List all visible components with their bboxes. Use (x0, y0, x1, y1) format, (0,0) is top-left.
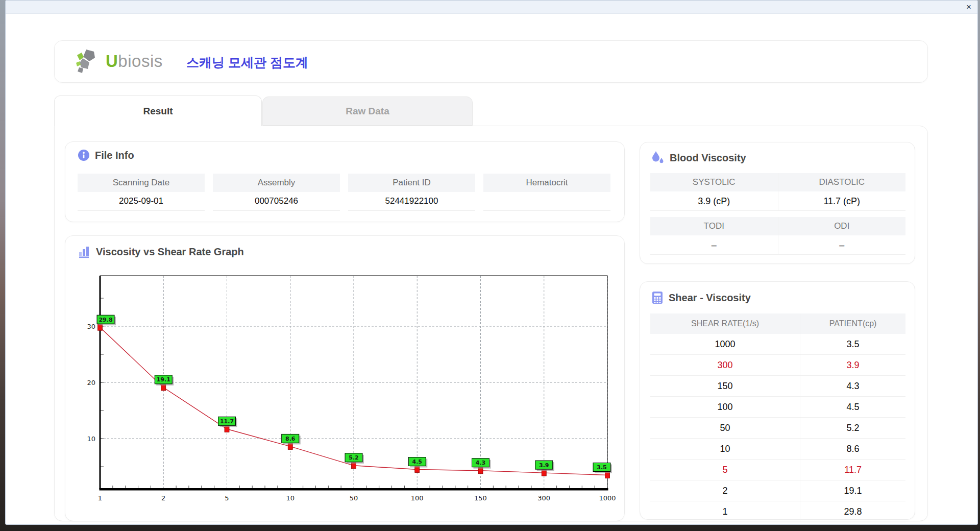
field-value: 52441922100 (348, 192, 475, 211)
shear-viscosity-title: Shear - Viscosity (669, 292, 751, 304)
table-cell: 1000 (650, 334, 800, 355)
file-info-header: File Info (78, 149, 134, 161)
svg-text:29.8: 29.8 (99, 317, 112, 323)
header-card: Ubiosis 스캐닝 모세관 점도계 (54, 40, 928, 83)
table-cell: 10 (650, 439, 800, 460)
svg-text:20: 20 (87, 379, 95, 387)
odi-value: – (778, 235, 906, 255)
field-value: 2025-09-01 (78, 192, 205, 211)
todi-value: – (650, 235, 778, 255)
svg-text:10: 10 (286, 494, 295, 502)
diastolic-label: DIASTOLIC (778, 173, 906, 191)
table-row: 108.6 (650, 439, 905, 460)
table-cell: 4.3 (800, 376, 905, 397)
table-cell: 300 (650, 355, 800, 376)
file-info-card: File Info Scanning Date 2025-09-01 Assem… (65, 141, 625, 222)
field-hematocrit: Hematocrit (483, 174, 610, 211)
svg-text:4.5: 4.5 (412, 458, 423, 465)
field-label: Hematocrit (483, 174, 610, 192)
blood-viscosity-card: Blood Viscosity SYSTOLIC DIASTOLIC 3.9 (… (640, 142, 915, 264)
field-scanning-date: Scanning Date 2025-09-01 (78, 174, 205, 211)
col-patient: PATIENT(cp) (800, 313, 905, 334)
odi-label: ODI (778, 217, 906, 235)
table-cell: 2 (650, 480, 800, 501)
diastolic-value: 11.7 (cP) (778, 191, 906, 211)
systolic-value: 3.9 (cP) (650, 191, 778, 211)
col-shear-rate: SHEAR RATE(1/s) (650, 313, 800, 334)
table-cell: 11.7 (800, 460, 905, 480)
app-window: × Ubiosis 스캐닝 모세관 점도계 Result Raw Data (5, 0, 978, 525)
graph-card: Viscosity vs Shear Rate Graph 1251050100… (65, 235, 625, 521)
tab-result[interactable]: Result (54, 95, 262, 126)
svg-text:50: 50 (350, 494, 358, 502)
table-cell: 5.2 (800, 418, 905, 439)
shear-viscosity-card: Shear - Viscosity SHEAR RATE(1/s) PATIEN… (640, 281, 915, 520)
svg-text:3.5: 3.5 (597, 464, 607, 471)
tab-result-label: Result (143, 106, 173, 117)
result-panel: File Info Scanning Date 2025-09-01 Assem… (54, 126, 928, 521)
shear-table-body: 10003.53003.91504.31004.5505.2108.6511.7… (650, 334, 905, 522)
systolic-label: SYSTOLIC (650, 173, 778, 191)
graph-header: Viscosity vs Shear Rate Graph (78, 245, 244, 258)
svg-text:1000: 1000 (599, 494, 616, 502)
calculator-icon (651, 291, 664, 304)
svg-text:5: 5 (225, 494, 229, 502)
info-icon (78, 149, 90, 161)
ubiosis-logo-mark (76, 49, 102, 74)
svg-text:150: 150 (474, 494, 487, 502)
table-cell: 50 (650, 418, 800, 439)
svg-text:19.1: 19.1 (157, 376, 170, 383)
svg-text:30: 30 (87, 323, 95, 330)
table-cell: 100 (650, 397, 800, 418)
table-row: 10003.5 (650, 334, 905, 355)
tab-raw-data[interactable]: Raw Data (262, 96, 473, 126)
brand-u: U (106, 52, 118, 70)
tab-raw-data-label: Raw Data (346, 106, 389, 117)
table-row: 1004.5 (650, 397, 905, 418)
table-cell: 8.6 (800, 439, 905, 460)
field-label: Scanning Date (78, 174, 205, 192)
graph-title: Viscosity vs Shear Rate Graph (96, 246, 244, 258)
viscosity-chart: 1251050100150300100010203029.819.111.78.… (78, 267, 624, 511)
table-row: 1504.3 (650, 376, 905, 397)
field-label: Assembly (213, 174, 340, 192)
field-value (483, 192, 610, 211)
brand-rest: biosis (118, 52, 162, 70)
table-cell: 5 (650, 460, 800, 480)
todi-label: TODI (650, 217, 778, 235)
table-cell: 150 (650, 376, 800, 397)
field-label: Patient ID (348, 174, 475, 192)
page-title: 스캐닝 모세관 점도계 (186, 54, 308, 71)
table-row: 219.1 (650, 480, 905, 501)
table-cell: 3.5 (800, 334, 905, 355)
shear-viscosity-header: Shear - Viscosity (651, 291, 751, 304)
table-row: 511.7 (650, 460, 905, 480)
svg-text:1: 1 (98, 494, 102, 502)
blood-viscosity-header: Blood Viscosity (651, 151, 746, 165)
blood-viscosity-title: Blood Viscosity (670, 152, 746, 164)
svg-text:5.2: 5.2 (349, 454, 359, 461)
table-cell: 4.5 (800, 397, 905, 418)
window-titlebar: × (6, 1, 977, 14)
svg-text:4.3: 4.3 (476, 460, 486, 466)
droplet-icon (651, 151, 665, 165)
svg-text:300: 300 (537, 494, 550, 502)
table-cell: 1 (650, 501, 800, 522)
svg-text:8.6: 8.6 (285, 436, 296, 442)
desktop-background: × Ubiosis 스캐닝 모세관 점도계 Result Raw Data (0, 0, 980, 531)
table-cell: 19.1 (800, 480, 905, 501)
svg-text:10: 10 (87, 435, 95, 443)
field-assembly: Assembly 000705246 (213, 174, 340, 211)
svg-text:11.7: 11.7 (220, 418, 234, 425)
table-row: 505.2 (650, 418, 905, 439)
brand-text: Ubiosis (106, 52, 163, 71)
field-value: 000705246 (213, 192, 340, 211)
table-row: 3003.9 (650, 355, 905, 376)
svg-text:100: 100 (411, 494, 424, 502)
shear-viscosity-table: SHEAR RATE(1/s) PATIENT(cp) 10003.53003.… (650, 313, 905, 522)
table-row: 129.8 (650, 501, 905, 522)
blood-viscosity-grid: SYSTOLIC DIASTOLIC 3.9 (cP) 11.7 (cP) TO… (650, 173, 905, 255)
bar-chart-icon (78, 245, 91, 258)
table-cell: 29.8 (800, 501, 905, 522)
close-icon[interactable]: × (966, 1, 971, 13)
